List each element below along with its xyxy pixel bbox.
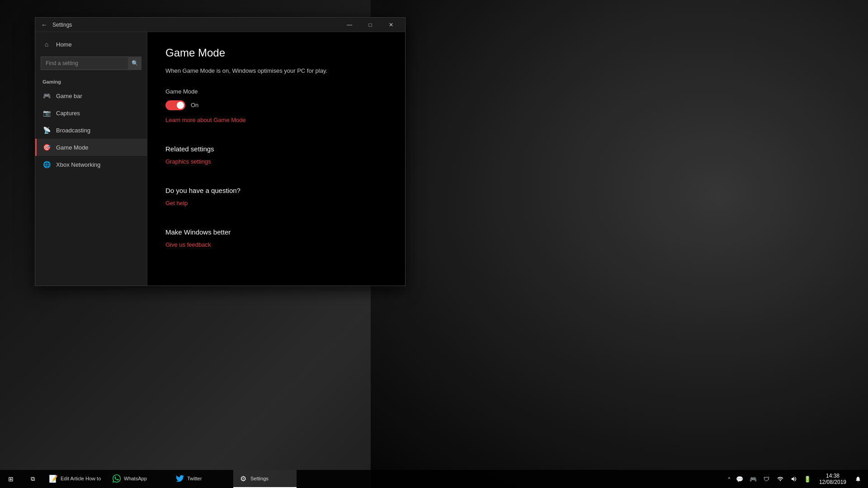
- toggle-section-label: Game Mode: [165, 88, 387, 95]
- tray-volume-icon[interactable]: [788, 471, 800, 487]
- clock-display[interactable]: 14:38 12/08/2019: [815, 470, 851, 488]
- sidebar-label-game-bar: Game bar: [56, 93, 82, 99]
- sidebar-item-xbox-networking[interactable]: 🌐 Xbox Networking: [35, 156, 147, 173]
- tray-chat-icon[interactable]: 💬: [733, 471, 746, 487]
- window-title: Settings: [52, 22, 339, 28]
- window-body: ⌂ Home 🔍 Gaming 🎮 Game bar 📷 Captures 📡 …: [35, 32, 405, 286]
- minimize-button[interactable]: —: [339, 18, 360, 32]
- search-container: 🔍: [35, 53, 147, 74]
- window-controls: — □ ✕: [339, 18, 401, 32]
- game-mode-icon: 🎯: [42, 143, 51, 151]
- sidebar-label-game-mode: Game Mode: [56, 144, 89, 151]
- tray-shield-icon[interactable]: 🛡: [760, 471, 773, 487]
- sidebar-item-captures[interactable]: 📷 Captures: [35, 104, 147, 122]
- feedback-section: Make Windows better Give us feedback: [165, 228, 387, 261]
- sidebar-item-game-bar[interactable]: 🎮 Game bar: [35, 87, 147, 104]
- whatsapp-icon: [112, 474, 121, 483]
- sidebar-label-xbox-networking: Xbox Networking: [56, 161, 100, 168]
- settings-taskbar-icon: ⚙: [239, 474, 248, 483]
- broadcasting-icon: 📡: [42, 126, 51, 134]
- edit-article-icon: 📝: [49, 474, 58, 483]
- search-input[interactable]: [41, 56, 142, 70]
- xbox-networking-icon: 🌐: [42, 160, 51, 169]
- notification-icon[interactable]: [852, 471, 864, 487]
- whatsapp-label: WhatsApp: [124, 476, 147, 481]
- back-button[interactable]: ←: [39, 19, 50, 30]
- captures-icon: 📷: [42, 109, 51, 117]
- question-section: Do you have a question? Get help: [165, 187, 387, 219]
- sidebar-home[interactable]: ⌂ Home: [35, 36, 147, 53]
- sidebar-label-captures: Captures: [56, 110, 80, 117]
- sidebar-item-broadcasting[interactable]: 📡 Broadcasting: [35, 122, 147, 139]
- task-view-icon: ⧉: [31, 475, 35, 483]
- page-description: When Game Mode is on, Windows optimises …: [165, 66, 387, 75]
- clock-date: 12/08/2019: [819, 479, 846, 485]
- settings-taskbar-label: Settings: [250, 476, 269, 481]
- question-heading: Do you have a question?: [165, 187, 387, 194]
- game-mode-toggle-row: On: [165, 100, 387, 110]
- main-content: Game Mode When Game Mode is on, Windows …: [147, 32, 405, 286]
- sidebar-label-broadcasting: Broadcasting: [56, 127, 90, 134]
- toggle-section: Game Mode On Learn more about Game Mode: [165, 88, 387, 136]
- taskbar: ⊞ ⧉ 📝 Edit Article How to WhatsApp Twitt…: [0, 470, 868, 488]
- page-title: Game Mode: [165, 47, 387, 59]
- title-bar: ← Settings — □ ✕: [35, 18, 405, 32]
- related-settings-section: Related settings Graphics settings: [165, 145, 387, 178]
- learn-more-link[interactable]: Learn more about Game Mode: [165, 117, 246, 123]
- taskbar-item-whatsapp[interactable]: WhatsApp: [107, 470, 170, 488]
- edit-article-label: Edit Article How to: [61, 476, 101, 481]
- game-mode-toggle[interactable]: [165, 100, 185, 110]
- tray-battery-icon[interactable]: 🔋: [801, 471, 814, 487]
- settings-window: ← Settings — □ ✕ ⌂ Home 🔍 Gaming 🎮 Game …: [35, 17, 406, 286]
- search-button[interactable]: 🔍: [128, 56, 142, 70]
- taskbar-right: ^ 💬 🎮 🛡 🔋 14:38 12/08/2019: [726, 470, 868, 488]
- home-icon: ⌂: [42, 40, 51, 48]
- tray-expand-button[interactable]: ^: [726, 471, 732, 487]
- home-label: Home: [56, 41, 72, 48]
- feedback-link[interactable]: Give us feedback: [165, 241, 211, 248]
- taskbar-item-settings[interactable]: ⚙ Settings: [233, 470, 297, 488]
- sidebar: ⌂ Home 🔍 Gaming 🎮 Game bar 📷 Captures 📡 …: [35, 32, 147, 286]
- make-better-heading: Make Windows better: [165, 228, 387, 236]
- tray-game-icon[interactable]: 🎮: [747, 471, 760, 487]
- start-icon: ⊞: [8, 475, 14, 483]
- taskbar-item-twitter[interactable]: Twitter: [170, 470, 233, 488]
- taskbar-item-edit-article[interactable]: 📝 Edit Article How to: [43, 470, 107, 488]
- task-view-button[interactable]: ⧉: [22, 470, 43, 488]
- clock-time: 14:38: [826, 473, 840, 479]
- twitter-icon: [175, 474, 184, 483]
- get-help-link[interactable]: Get help: [165, 200, 188, 206]
- sidebar-item-game-mode[interactable]: 🎯 Game Mode: [35, 139, 147, 156]
- twitter-label: Twitter: [187, 476, 202, 481]
- related-settings-heading: Related settings: [165, 145, 387, 153]
- graphics-settings-link[interactable]: Graphics settings: [165, 158, 211, 165]
- sidebar-section-title: Gaming: [35, 74, 147, 87]
- start-button[interactable]: ⊞: [0, 470, 22, 488]
- toggle-state-label: On: [191, 102, 198, 108]
- game-bar-icon: 🎮: [42, 92, 51, 100]
- maximize-button[interactable]: □: [360, 18, 381, 32]
- tray-network-icon[interactable]: [774, 471, 787, 487]
- close-button[interactable]: ✕: [381, 18, 401, 32]
